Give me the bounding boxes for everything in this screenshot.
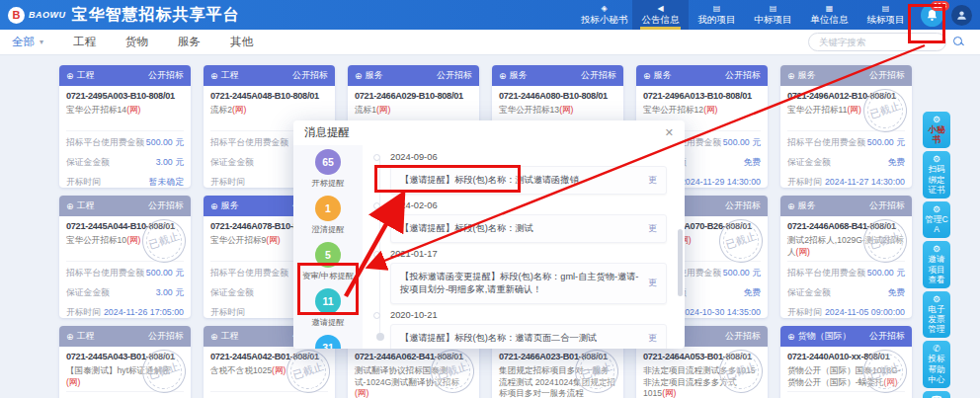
card-bid-type: 公开招标 (725, 199, 761, 212)
gear-circle-icon: ⊕ (499, 71, 507, 81)
side-button-2[interactable]: ⚙ 扫码绑定证书 (923, 151, 950, 199)
message-card[interactable]: 【邀请提醒】标段(包)名称：邀请页面二合一测试 更 (390, 324, 667, 349)
card-header: ⊕ 工程 公开招标 (59, 196, 191, 216)
fee-label: 招标平台使用费金额 (210, 137, 288, 149)
modal-body: 65 开标提醒 1 澄清提醒 5 资审/中标提醒 11 邀请提醒 31 其他提醒… (293, 145, 685, 349)
fee-value: 2024-11-26 17:05:00 (104, 307, 184, 318)
card-bid-type: 公开招标 (725, 69, 761, 82)
fee-label: 招标平台使用费金额 (787, 268, 865, 279)
card-category: 工程 (221, 330, 239, 343)
message-action-link[interactable]: 更 (648, 175, 657, 187)
fee-value: 500.00 元 (723, 268, 761, 279)
logo-text-en: BAOWU (29, 10, 66, 20)
card-category: 服务 (798, 69, 816, 82)
nav-item-2[interactable]: ◀ 公告信息 (632, 0, 689, 30)
fee-label: 保证金金额 (66, 287, 110, 299)
nav-item-3[interactable]: ▤ 我的项目 (689, 0, 745, 30)
reminder-category-2[interactable]: 1 澄清提醒 (311, 196, 344, 238)
side-button-7[interactable]: ☎ 客服电话 (923, 391, 950, 398)
card-category: 工程 (221, 69, 239, 82)
fee-row: 开标时间 2024-11-05 09:00:00 (787, 303, 905, 318)
close-icon[interactable]: ✕ (665, 126, 674, 139)
message-card[interactable]: 【邀请提醒】标段(包)名称：测试邀请函撤销 更 (390, 166, 667, 195)
nav-item-1[interactable]: ◈ 投标小秘书 (576, 0, 632, 30)
category-count-badge: 11 (315, 288, 341, 314)
category-tab[interactable]: 服务 (178, 35, 201, 49)
fee-label: 保证金金额 (66, 157, 110, 169)
user-avatar[interactable] (951, 5, 972, 26)
card-project-name: 宝华公开招标14 (66, 105, 126, 115)
side-button-6[interactable]: ✆ 投标帮助中心 (923, 341, 950, 388)
project-card[interactable]: ⊕ 货物（国际） 公开招标 0721-2440A010-xx-808/01 货物… (780, 326, 912, 398)
fee-value: 2024-11-27 14:30:00 (825, 177, 905, 188)
card-bid-type: 公开招标 (869, 69, 905, 82)
project-card[interactable]: ⊕ 服务 公开招标 0721-2496A012-B10-808/01 宝华公开招… (780, 65, 912, 188)
megaphone-icon: ◀ (657, 4, 663, 13)
reminder-category-1[interactable]: 65 开标提醒 (311, 149, 344, 192)
modal-scrollbar[interactable] (678, 229, 683, 296)
fee-value: 2024-11-05 09:00:00 (825, 307, 905, 318)
message-action-link[interactable]: 更 (648, 333, 657, 345)
fee-row: 保证金金额 3.00 元 (66, 153, 184, 173)
card-header: ⊕ 服务 公开招标 (348, 65, 479, 86)
message-action-link[interactable]: 更 (648, 278, 657, 289)
project-card[interactable]: ⊕ 服务 公开招标 0721-2446A068-B41-808/01 测试2招标… (780, 196, 912, 318)
reminder-category-5[interactable]: 31 其他提醒 (311, 335, 344, 349)
gear-circle-icon: ⊕ (787, 332, 795, 342)
gear-icon: ⚙ (925, 244, 948, 254)
side-button-3[interactable]: ⚙ 管理CA (923, 201, 950, 238)
message-text: 【邀请提醒】标段(包)名称：测试邀请函撤销 (400, 174, 579, 187)
message-action-link[interactable]: 更 (648, 223, 657, 235)
message-card[interactable]: 【投标邀请函变更提醒】标段(包)名称：gml-自主货物-邀请-按项目划分-明细多… (390, 263, 667, 304)
reminder-category-3[interactable]: 5 资审/中标提醒 (302, 242, 354, 284)
card-bid-type: 公开招标 (148, 69, 184, 82)
category-count-badge: 65 (315, 149, 341, 175)
search-input[interactable] (808, 33, 946, 51)
gear-circle-icon: ⊕ (210, 332, 218, 342)
category-all-dropdown[interactable]: 全部 (12, 35, 35, 49)
category-tab[interactable]: 货物 (125, 35, 148, 49)
gear-icon: ⚙ (925, 294, 948, 304)
search-icon[interactable] (953, 37, 964, 47)
nav-item-5[interactable]: ▦ 单位信息 (801, 0, 858, 30)
gear-circle-icon: ⊕ (210, 201, 218, 211)
card-project-name-tag: (网) (559, 105, 573, 115)
card-project-name: 流标1 (355, 105, 376, 115)
fee-value: 2024-11-29 14:30:00 (681, 177, 761, 188)
fee-value: 免费 (743, 287, 761, 299)
app-logo: B BAOWU 宝华智慧招标共享平台 (0, 5, 240, 26)
category-tab[interactable]: 工程 (73, 35, 96, 49)
card-header: ⊕ 服务 公开招标 (492, 65, 623, 86)
page-title: 宝华智慧招标共享平台 (72, 5, 240, 26)
card-project-name: 宝华公开招标9 (210, 235, 266, 245)
message-date: 2024-09-06 (390, 152, 667, 162)
fee-value: 500.00 元 (867, 137, 905, 149)
notification-count-badge: 113 (931, 1, 949, 11)
side-button-1[interactable]: ⚙ 小秘书 (923, 112, 950, 148)
message-item: 2020-10-21 【邀请提醒】标段(包)名称：邀请页面二合一测试 更 (376, 310, 667, 349)
fee-label: 开标时间 (210, 177, 245, 188)
card-project-name-tag: (网) (376, 105, 390, 115)
message-card[interactable]: 【邀请提醒】标段(包)名称：测试 更 (390, 214, 667, 243)
category-label: 资审/中标提醒 (302, 271, 354, 281)
fee-value: 暂未确定 (149, 177, 184, 188)
card-category: 服务 (510, 69, 528, 82)
side-button-4[interactable]: ⚙ 邀请项目查看 (923, 241, 950, 288)
side-button-5[interactable]: ⚙ 电子发票管理 (923, 291, 950, 339)
fee-label: 开标时间 (787, 307, 822, 318)
project-card[interactable]: ⊕ 工程 公开招标 0721-2495A003-B10-808/01 宝华公开招… (59, 65, 191, 188)
nav-item-6[interactable]: ▤ 续标项目 (858, 0, 914, 30)
card-category: 服务 (654, 69, 672, 82)
fee-row: 招标平台使用费金额 500.00 元 (66, 133, 184, 153)
project-card[interactable]: ⊕ 工程 公开招标 0721-2445A044-B10-808/01 宝华公开招… (59, 196, 191, 318)
nav-item-4[interactable]: ▤ 中标项目 (745, 0, 801, 30)
card-project-name-tag: (网) (662, 388, 676, 398)
reminder-category-4[interactable]: 11 邀请提醒 (311, 288, 344, 331)
card-project-name: 宝华公开招标13 (499, 105, 559, 115)
fee-label: 开标时间 (66, 177, 101, 188)
category-count-badge: 1 (315, 196, 341, 221)
card-header: ⊕ 工程 公开招标 (59, 65, 191, 86)
category-tab[interactable]: 其他 (230, 35, 253, 49)
card-category: 工程 (77, 199, 95, 212)
project-card[interactable]: ⊕ 工程 公开招标 0721-2445A043-B01-808/01 【国泰测试… (59, 326, 191, 398)
